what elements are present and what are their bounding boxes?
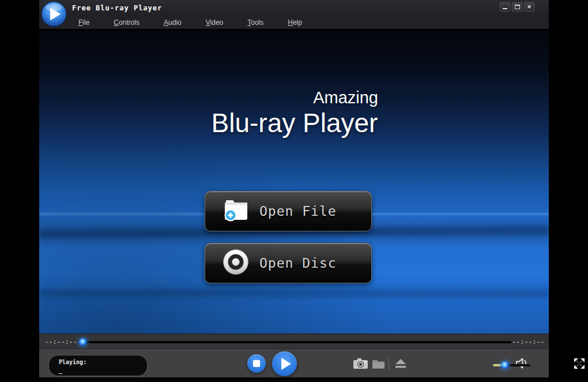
play-icon xyxy=(272,351,297,376)
volume-thumb[interactable] xyxy=(501,361,509,369)
menu-item-help[interactable]: Help xyxy=(288,18,302,27)
eject-button[interactable] xyxy=(395,359,406,370)
fullscreen-button[interactable] xyxy=(574,358,585,371)
disc-icon xyxy=(223,249,249,278)
maximize-icon xyxy=(515,5,520,9)
elapsed-time: --:--:-- xyxy=(45,339,77,345)
open-disc-label: Open Disc xyxy=(259,256,337,271)
playing-value: _ xyxy=(59,367,62,373)
play-logo-icon xyxy=(41,1,67,27)
hero-text: Amazing Blu-ray Player xyxy=(202,88,387,138)
volume-track[interactable] xyxy=(493,364,530,366)
seek-bar-row: --:--:-- --:--:-- xyxy=(39,334,549,350)
eject-icon xyxy=(395,359,406,368)
open-file-button[interactable]: Open File xyxy=(205,191,372,231)
fullscreen-icon xyxy=(574,358,585,369)
open-file-label: Open File xyxy=(259,204,337,219)
control-bar: Playing: _ xyxy=(39,350,549,377)
menu-item-tools[interactable]: Tools xyxy=(247,18,263,27)
app-window: Free Blu-ray Player ✕ File Controls Audi… xyxy=(39,0,549,382)
hero-tagline: Amazing xyxy=(202,88,387,107)
menu-item-controls[interactable]: Controls xyxy=(114,18,140,27)
seek-thumb[interactable] xyxy=(79,338,87,346)
stop-button[interactable] xyxy=(247,354,266,373)
maximize-button[interactable] xyxy=(512,2,522,12)
volume-slider[interactable] xyxy=(493,361,530,369)
control-separator xyxy=(389,358,389,370)
close-button[interactable]: ✕ xyxy=(524,2,534,12)
menu-bar: File Controls Audio Video Tools Help xyxy=(39,16,549,29)
folder-icon xyxy=(372,358,385,369)
menu-item-file[interactable]: File xyxy=(78,18,89,27)
title-bar: Free Blu-ray Player ✕ xyxy=(39,0,549,16)
stop-icon xyxy=(253,360,260,367)
window-title: Free Blu-ray Player xyxy=(72,4,162,12)
open-disc-button[interactable]: Open Disc xyxy=(205,243,372,283)
hero-title: Blu-ray Player xyxy=(202,108,387,138)
minimize-icon xyxy=(503,8,507,9)
snapshot-camera-button[interactable] xyxy=(353,358,368,372)
open-folder-button[interactable] xyxy=(372,358,385,371)
video-display-area: Amazing Blu-ray Player Open File xyxy=(39,31,549,334)
remaining-time: --:--:-- xyxy=(512,339,545,345)
window-controls: ✕ xyxy=(500,2,534,12)
playing-label: Playing: xyxy=(59,359,86,365)
menu-item-video[interactable]: Video xyxy=(206,18,223,27)
now-playing-box: Playing: _ xyxy=(48,355,148,376)
folder-add-icon xyxy=(223,197,249,226)
seek-track[interactable] xyxy=(81,341,511,343)
close-icon: ✕ xyxy=(527,4,532,10)
play-button[interactable] xyxy=(272,351,297,376)
window-bottom-edge xyxy=(39,377,549,382)
snapshot-camera-icon xyxy=(353,358,368,369)
wallpaper-shade xyxy=(39,31,549,334)
menu-item-audio[interactable]: Audio xyxy=(164,18,182,27)
minimize-button[interactable] xyxy=(500,2,510,12)
